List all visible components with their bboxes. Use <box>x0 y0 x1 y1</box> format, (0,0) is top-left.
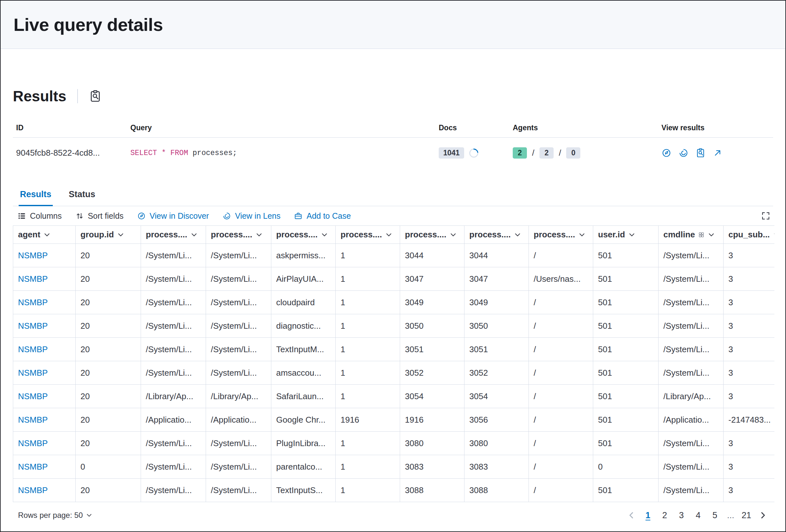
column-header-agent[interactable]: agent <box>13 226 76 244</box>
grid-cell[interactable]: 501 <box>593 432 658 455</box>
pagination-page-2[interactable]: 2 <box>657 508 672 523</box>
grid-cell[interactable]: 3 <box>723 338 775 361</box>
view-in-lens-toolbar-button[interactable]: View in Lens <box>223 211 280 221</box>
grid-cell[interactable]: 3 <box>723 479 775 502</box>
grid-cell[interactable]: / <box>529 314 593 338</box>
grid-cell[interactable]: /System/Li... <box>206 244 271 267</box>
grid-cell-agent[interactable]: NSMBP <box>13 455 76 479</box>
grid-cell[interactable]: cloudpaird <box>271 291 336 314</box>
grid-cell[interactable]: /System/Li... <box>206 291 271 314</box>
grid-cell[interactable]: 3050 <box>464 314 529 338</box>
column-header-process-7[interactable]: process.... <box>529 226 593 244</box>
grid-cell[interactable]: /System/Li... <box>658 455 723 479</box>
grid-cell[interactable]: 3056 <box>464 408 529 432</box>
pagination-page-1[interactable]: 1 <box>641 508 655 523</box>
grid-cell[interactable]: /System/Li... <box>658 361 723 385</box>
grid-cell[interactable]: 1 <box>336 385 400 408</box>
agent-link[interactable]: NSMBP <box>18 250 48 260</box>
grid-cell[interactable]: 20 <box>76 479 141 502</box>
grid-cell-agent[interactable]: NSMBP <box>13 244 76 267</box>
grid-cell[interactable]: /System/Li... <box>658 432 723 455</box>
grid-cell-agent[interactable]: NSMBP <box>13 432 76 455</box>
grid-cell-agent[interactable]: NSMBP <box>13 267 76 291</box>
grid-cell[interactable]: /System/Li... <box>206 267 271 291</box>
column-header-group-id[interactable]: group.id <box>76 226 141 244</box>
grid-cell[interactable]: /System/Li... <box>658 291 723 314</box>
grid-cell[interactable]: 20 <box>76 408 141 432</box>
grid-cell[interactable]: 501 <box>593 408 658 432</box>
grid-cell[interactable]: /System/Li... <box>658 338 723 361</box>
grid-cell[interactable]: 1916 <box>336 408 400 432</box>
grid-cell[interactable]: 3 <box>723 267 775 291</box>
pagination-page-4[interactable]: 4 <box>691 508 706 523</box>
grid-cell[interactable]: /System/Li... <box>658 244 723 267</box>
grid-cell[interactable]: 0 <box>593 455 658 479</box>
grid-cell[interactable]: /System/Li... <box>206 479 271 502</box>
grid-cell[interactable]: 3052 <box>400 361 464 385</box>
grid-cell[interactable]: / <box>529 338 593 361</box>
grid-cell[interactable]: AirPlayUIA... <box>271 267 336 291</box>
agent-link[interactable]: NSMBP <box>18 415 48 425</box>
grid-cell[interactable]: 3 <box>723 432 775 455</box>
agent-link[interactable]: NSMBP <box>18 368 48 378</box>
grid-cell[interactable]: /System/Li... <box>206 314 271 338</box>
grid-cell[interactable]: /System/Li... <box>206 432 271 455</box>
column-header-cpu-subtype[interactable]: cpu_sub... <box>723 226 775 244</box>
grid-cell[interactable]: /System/Li... <box>141 338 206 361</box>
grid-cell[interactable]: 3083 <box>464 455 529 479</box>
grid-cell[interactable]: /System/Li... <box>658 314 723 338</box>
grid-cell[interactable]: /System/Li... <box>658 267 723 291</box>
grid-cell[interactable]: /System/Li... <box>141 479 206 502</box>
grid-cell[interactable]: 501 <box>593 244 658 267</box>
grid-cell-agent[interactable]: NSMBP <box>13 291 76 314</box>
grid-cell[interactable]: 3051 <box>464 338 529 361</box>
agent-link[interactable]: NSMBP <box>18 321 48 331</box>
column-header-process-2[interactable]: process.... <box>206 226 271 244</box>
grid-cell[interactable]: 3050 <box>400 314 464 338</box>
sort-fields-button[interactable]: Sort fields <box>75 211 123 221</box>
grid-cell[interactable]: 3047 <box>464 267 529 291</box>
grid-cell[interactable]: /System/Li... <box>141 432 206 455</box>
grid-cell[interactable]: 1 <box>336 244 400 267</box>
grid-cell[interactable]: /System/Li... <box>206 361 271 385</box>
grid-cell[interactable]: / <box>529 291 593 314</box>
open-full-results-button[interactable] <box>713 148 723 158</box>
grid-cell[interactable]: 3054 <box>464 385 529 408</box>
grid-cell[interactable]: 501 <box>593 361 658 385</box>
grid-cell[interactable]: 1 <box>336 291 400 314</box>
column-header-user-id[interactable]: user.id <box>593 226 658 244</box>
grid-cell-agent[interactable]: NSMBP <box>13 338 76 361</box>
grid-cell[interactable]: 3 <box>723 314 775 338</box>
grid-cell[interactable]: / <box>529 455 593 479</box>
view-in-discover-toolbar-button[interactable]: View in Discover <box>137 211 209 221</box>
grid-cell[interactable]: 1 <box>336 432 400 455</box>
grid-cell[interactable]: 1 <box>336 455 400 479</box>
grid-cell[interactable]: 3051 <box>400 338 464 361</box>
grid-cell-agent[interactable]: NSMBP <box>13 314 76 338</box>
pagination-page-21[interactable]: 21 <box>739 508 754 523</box>
grid-cell[interactable]: -2147483... <box>723 408 775 432</box>
grid-cell-agent[interactable]: NSMBP <box>13 408 76 432</box>
pagination-page-3[interactable]: 3 <box>674 508 689 523</box>
grid-cell[interactable]: parentalco... <box>271 455 336 479</box>
grid-cell[interactable]: 501 <box>593 338 658 361</box>
grid-cell[interactable]: 3088 <box>464 479 529 502</box>
grid-cell[interactable]: / <box>529 479 593 502</box>
grid-cell[interactable]: 3083 <box>400 455 464 479</box>
grid-cell[interactable]: /System/Li... <box>141 291 206 314</box>
agent-link[interactable]: NSMBP <box>18 297 48 307</box>
column-header-process-5[interactable]: process.... <box>400 226 464 244</box>
grid-cell[interactable]: / <box>529 361 593 385</box>
grid-cell[interactable]: /System/Li... <box>141 361 206 385</box>
column-header-cmdline[interactable]: cmdline <box>658 226 723 244</box>
grid-cell[interactable]: /System/Li... <box>141 267 206 291</box>
agent-link[interactable]: NSMBP <box>18 274 48 284</box>
grid-cell[interactable]: 501 <box>593 314 658 338</box>
fullscreen-button[interactable] <box>761 211 770 221</box>
tab-results[interactable]: Results <box>19 186 53 206</box>
grid-cell[interactable]: /System/Li... <box>206 338 271 361</box>
grid-cell[interactable]: /System/Li... <box>141 244 206 267</box>
grid-cell[interactable]: 3047 <box>400 267 464 291</box>
grid-cell[interactable]: 1916 <box>400 408 464 432</box>
grid-cell[interactable]: 1 <box>336 314 400 338</box>
